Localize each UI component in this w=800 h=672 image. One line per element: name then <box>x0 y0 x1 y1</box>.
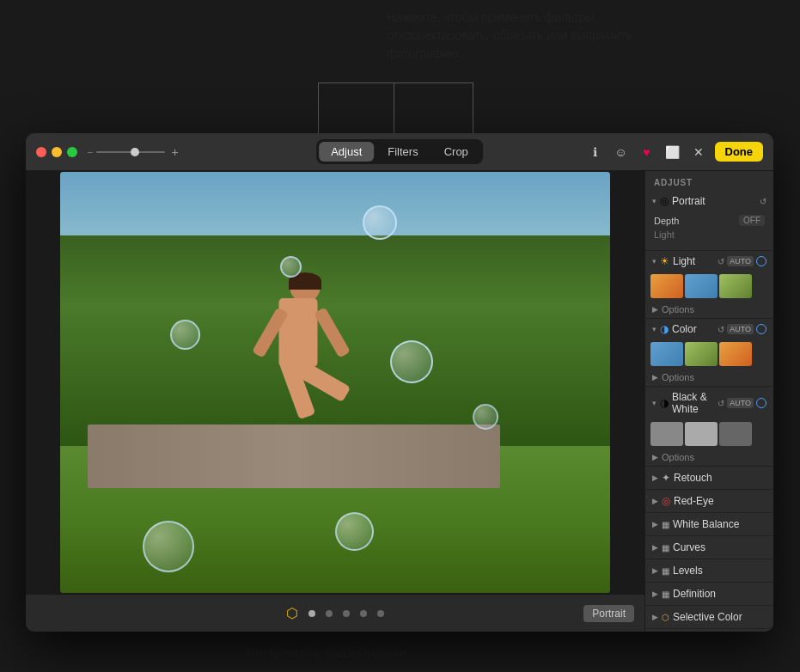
bw-section-header[interactable]: ▾ ◑ Black & White ↺ AUTO <box>645 387 773 419</box>
definition-section[interactable]: ▶ ▦ Definition <box>645 583 773 606</box>
retouch-chevron: ▶ <box>652 473 658 482</box>
light-toggle[interactable] <box>756 256 766 266</box>
light-thumb-1[interactable] <box>650 274 683 298</box>
color-section: ▾ ◑ Color ↺ AUTO ▶ Options <box>645 319 773 387</box>
bw-options-row[interactable]: ▶ Options <box>645 450 773 466</box>
curves-chevron: ▶ <box>652 543 658 552</box>
light-options-row[interactable]: ▶ Options <box>645 302 773 318</box>
definition-icon: ▦ <box>662 590 669 599</box>
light-reset-icon[interactable]: ↺ <box>718 257 724 266</box>
share-icon[interactable]: ⬜ <box>663 143 682 162</box>
more-icon[interactable]: ✕ <box>689 143 708 162</box>
fullscreen-button[interactable] <box>67 147 77 157</box>
page-dot-5[interactable] <box>377 610 384 617</box>
emoji-icon[interactable]: ☺ <box>612 143 631 162</box>
selectivecolor-chevron: ▶ <box>652 613 658 621</box>
info-icon[interactable]: ℹ <box>586 143 605 162</box>
color-auto-badge[interactable]: AUTO <box>727 324 754 334</box>
levels-section[interactable]: ▶ ▦ Levels <box>645 559 773 583</box>
panel-header: ADJUST <box>645 171 773 191</box>
light-icon: ☀ <box>660 255 669 267</box>
retouch-section[interactable]: ▶ ✦ Retouch <box>645 467 773 490</box>
light-actions: ↺ AUTO <box>718 256 766 266</box>
color-thumbnails <box>645 339 773 370</box>
tab-filters[interactable]: Filters <box>376 142 430 162</box>
portrait-icon: ◎ <box>660 195 669 207</box>
bw-options-chevron: ▶ <box>652 453 658 461</box>
photo-background <box>60 172 610 593</box>
color-toggle[interactable] <box>756 324 766 334</box>
bw-auto-badge[interactable]: AUTO <box>727 398 754 408</box>
light-section: ▾ ☀ Light ↺ AUTO ▶ Options <box>645 251 773 319</box>
color-thumb-3[interactable] <box>719 342 752 366</box>
hexagon-icon[interactable]: ⬡ <box>286 605 298 621</box>
bw-thumb-2[interactable] <box>685 422 718 446</box>
color-chevron: ▾ <box>652 325 656 333</box>
whitebalance-icon: ▦ <box>662 520 669 529</box>
heart-icon[interactable]: ♥ <box>638 143 656 162</box>
bw-thumb-1[interactable] <box>650 422 683 446</box>
color-section-header[interactable]: ▾ ◑ Color ↺ AUTO <box>645 319 773 339</box>
callout-arrow <box>394 82 394 136</box>
bubble-5 <box>473 404 498 430</box>
color-reset-icon[interactable]: ↺ <box>718 325 724 334</box>
done-button[interactable]: Done <box>715 142 764 162</box>
portrait-chevron: ▾ <box>652 197 656 205</box>
light-section-header[interactable]: ▾ ☀ Light ↺ AUTO <box>645 251 773 272</box>
close-button[interactable] <box>36 147 46 157</box>
callout-bracket-left <box>318 82 319 134</box>
zoom-thumb <box>131 148 139 156</box>
options-chevron: ▶ <box>652 305 658 314</box>
page-dot-2[interactable] <box>326 610 333 617</box>
adjust-panel: ADJUST ▾ ◎ Portrait ↺ Depth OFF Light <box>644 171 773 632</box>
color-thumb-2[interactable] <box>685 342 718 366</box>
light-thumb-3[interactable] <box>719 274 752 298</box>
zoom-track[interactable] <box>96 151 165 153</box>
color-options-chevron: ▶ <box>652 373 658 382</box>
page-dot-4[interactable] <box>360 610 367 617</box>
depth-row: Depth OFF <box>654 215 765 226</box>
color-thumb-1[interactable] <box>650 342 683 366</box>
whitebalance-chevron: ▶ <box>652 520 658 528</box>
zoom-in-icon[interactable]: + <box>172 145 179 159</box>
page-dot-1[interactable] <box>308 610 315 617</box>
light-auto-badge[interactable]: AUTO <box>727 256 754 266</box>
color-options-row[interactable]: ▶ Options <box>645 370 773 386</box>
color-actions: ↺ AUTO <box>718 324 766 334</box>
light-thumb-2[interactable] <box>685 274 718 298</box>
selectivecolor-section[interactable]: ▶ ⬡ Selective Color <box>645 606 773 629</box>
whitebalance-section[interactable]: ▶ ▦ White Balance <box>645 513 773 536</box>
bw-chevron: ▾ <box>652 399 656 407</box>
light-row: Light <box>654 229 765 240</box>
bw-toggle[interactable] <box>756 398 766 408</box>
redeye-section[interactable]: ▶ ◎ Red-Eye <box>645 490 773 513</box>
bw-thumb-3[interactable] <box>719 422 752 446</box>
light-chevron: ▾ <box>652 257 656 266</box>
portrait-reset-icon[interactable]: ↺ <box>760 197 766 206</box>
bubble-3 <box>170 320 200 350</box>
bubble-7 <box>335 512 374 551</box>
bubble-6 <box>143 521 194 572</box>
bubble-1 <box>363 205 397 240</box>
levels-chevron: ▶ <box>652 566 658 575</box>
light-thumbnails <box>645 272 773 302</box>
curves-icon: ▦ <box>662 543 669 553</box>
bw-section: ▾ ◑ Black & White ↺ AUTO ▶ Options <box>645 387 773 467</box>
curves-section[interactable]: ▶ ▦ Curves <box>645 536 773 559</box>
portrait-section-header[interactable]: ▾ ◎ Portrait ↺ <box>645 191 773 211</box>
bubble-2 <box>280 256 302 278</box>
portrait-sub-options: Depth OFF Light <box>645 211 773 250</box>
titlebar: – + Adjust Filters Crop ℹ ☺ ♥ ⬜ ✕ Done <box>26 133 773 171</box>
retouch-icon: ✦ <box>662 472 670 484</box>
callout-bracket-line <box>318 82 473 83</box>
minimize-button[interactable] <box>52 147 62 157</box>
bottom-callout: Инструменты корректировки <box>241 645 412 659</box>
zoom-out-icon: – <box>88 147 93 156</box>
bw-reset-icon[interactable]: ↺ <box>718 399 724 408</box>
tab-adjust[interactable]: Adjust <box>319 142 374 162</box>
tab-crop[interactable]: Crop <box>432 142 480 162</box>
photo-bottom-toolbar: ⬡ Portrait <box>26 594 644 632</box>
bw-thumbnails <box>645 419 773 450</box>
portrait-label-btn[interactable]: Portrait <box>583 605 634 622</box>
page-dot-3[interactable] <box>343 610 350 617</box>
